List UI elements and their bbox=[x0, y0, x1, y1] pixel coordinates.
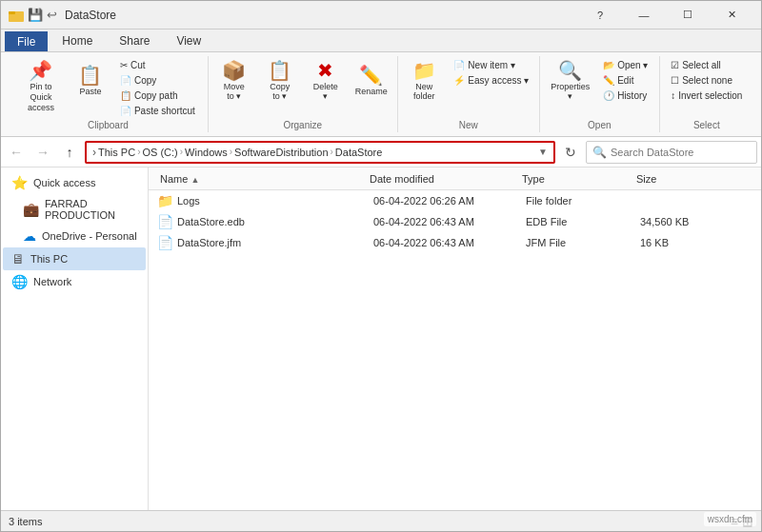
paste-button[interactable]: 📋 Paste bbox=[70, 58, 111, 104]
undo-icon[interactable]: ↩ bbox=[47, 8, 57, 23]
search-bar: 🔍 bbox=[586, 141, 757, 164]
breadcrumb-softwaredistribution[interactable]: SoftwareDistribution bbox=[234, 147, 328, 158]
address-bar[interactable]: › This PC › OS (C:) › Windows › Software… bbox=[85, 141, 555, 164]
select-small-buttons: ☑ Select all ☐ Select none ↕ Invert sele… bbox=[666, 58, 747, 103]
clipboard-buttons: 📌 Pin to Quickaccess 📋 Paste ✂ Cut 📄 Cop… bbox=[16, 58, 200, 118]
tab-home[interactable]: Home bbox=[50, 30, 105, 51]
select-none-button[interactable]: ☐ Select none bbox=[666, 73, 747, 88]
close-button[interactable]: ✕ bbox=[710, 1, 753, 30]
copy-icon: 📄 bbox=[120, 75, 131, 86]
file-row-logs[interactable]: 📁 Logs 06-04-2022 06:26 AM File folder bbox=[149, 190, 761, 211]
col-header-type[interactable]: Type bbox=[518, 173, 632, 185]
logs-type: File folder bbox=[526, 195, 640, 207]
select-none-label: Select none bbox=[682, 75, 732, 86]
select-all-button[interactable]: ☑ Select all bbox=[666, 58, 747, 72]
window-controls: ? — ☐ ✕ bbox=[578, 1, 753, 30]
open-label: Open bbox=[588, 120, 611, 130]
copy-path-button[interactable]: 📋 Copy path bbox=[115, 89, 200, 103]
back-button[interactable]: ← bbox=[5, 141, 28, 164]
sidebar-item-onedrive[interactable]: ☁ OneDrive - Personal bbox=[3, 225, 146, 247]
svg-rect-1 bbox=[9, 11, 15, 14]
tab-share[interactable]: Share bbox=[107, 30, 162, 51]
cut-icon: ✂ bbox=[120, 60, 128, 70]
sidebar-item-this-pc[interactable]: 🖥 This PC bbox=[3, 247, 146, 270]
sidebar-item-quick-access[interactable]: ⭐ Quick access bbox=[3, 171, 146, 194]
save-icon[interactable]: 💾 bbox=[28, 8, 43, 23]
sort-arrow: ▲ bbox=[190, 175, 199, 185]
logs-folder-icon: 📁 bbox=[157, 193, 173, 208]
quick-access-label: Quick access bbox=[33, 177, 95, 188]
select-all-label: Select all bbox=[682, 60, 721, 70]
rename-button[interactable]: ✏️ Rename bbox=[351, 58, 392, 104]
new-buttons: 📁 Newfolder 📄 New item ▾ ⚡ Easy access ▾ bbox=[403, 58, 533, 118]
search-input[interactable] bbox=[611, 147, 751, 158]
new-item-button[interactable]: 📄 New item ▾ bbox=[449, 58, 533, 72]
sidebar: ⭐ Quick access 💼 FARRAD PRODUCTION ☁ One… bbox=[1, 167, 149, 510]
up-button[interactable]: ↑ bbox=[58, 141, 81, 164]
edb-icon: 📄 bbox=[157, 214, 173, 229]
copy-to-button[interactable]: 📋 Copyto ▾ bbox=[259, 58, 301, 104]
pin-to-quick-access-button[interactable]: 📌 Pin to Quickaccess bbox=[16, 58, 66, 115]
breadcrumb-windows[interactable]: Windows bbox=[185, 147, 228, 158]
network-icon: 🌐 bbox=[11, 274, 28, 289]
properties-label: Properties▾ bbox=[551, 82, 590, 101]
select-buttons: ☑ Select all ☐ Select none ↕ Invert sele… bbox=[666, 58, 747, 118]
easy-access-button[interactable]: ⚡ Easy access ▾ bbox=[449, 73, 533, 88]
open-small-buttons: 📂 Open ▾ ✏️ Edit 🕐 History bbox=[598, 58, 652, 103]
properties-button[interactable]: 🔍 Properties▾ bbox=[546, 58, 594, 104]
edit-button[interactable]: ✏️ Edit bbox=[598, 73, 652, 88]
col-header-name[interactable]: Name ▲ bbox=[156, 173, 366, 185]
this-pc-label: This PC bbox=[30, 253, 68, 265]
minimize-button[interactable]: — bbox=[622, 1, 666, 30]
window-title: DataStore bbox=[65, 9, 578, 22]
pin-icon: 📌 bbox=[29, 61, 52, 80]
forward-button[interactable]: → bbox=[31, 141, 54, 164]
sidebar-item-farrad[interactable]: 💼 FARRAD PRODUCTION bbox=[3, 194, 146, 225]
sep1: › bbox=[137, 147, 140, 157]
invert-icon: ↕ bbox=[671, 90, 675, 101]
tab-file[interactable]: File bbox=[5, 31, 48, 51]
sep2: › bbox=[180, 147, 183, 157]
breadcrumb-datastore[interactable]: DataStore bbox=[335, 147, 383, 158]
ribbon-group-new: 📁 Newfolder 📄 New item ▾ ⚡ Easy access ▾… bbox=[398, 56, 540, 132]
jfm-icon: 📄 bbox=[157, 235, 173, 250]
delete-label: Delete▾ bbox=[313, 82, 338, 101]
refresh-button[interactable]: ↻ bbox=[559, 141, 582, 164]
ribbon-group-select: ☑ Select all ☐ Select none ↕ Invert sele… bbox=[660, 56, 753, 132]
network-label: Network bbox=[33, 276, 71, 287]
copy-button[interactable]: 📄 Copy bbox=[115, 73, 200, 88]
edit-icon: ✏️ bbox=[603, 75, 614, 86]
breadcrumb-dropdown-icon[interactable]: ▼ bbox=[538, 147, 548, 157]
rename-label: Rename bbox=[355, 87, 388, 96]
cut-button[interactable]: ✂ Cut bbox=[115, 58, 200, 72]
file-row-datastore-edb[interactable]: 📄 DataStore.edb 06-04-2022 06:43 AM EDB … bbox=[149, 211, 761, 232]
col-header-modified[interactable]: Date modified bbox=[366, 173, 518, 185]
search-icon: 🔍 bbox=[592, 146, 607, 159]
ribbon-tabs: File Home Share View bbox=[1, 30, 761, 52]
delete-icon: ✖ bbox=[317, 61, 333, 80]
breadcrumb-thispc[interactable]: This PC bbox=[98, 147, 135, 158]
new-folder-button[interactable]: 📁 Newfolder bbox=[403, 58, 445, 104]
ribbon: 📌 Pin to Quickaccess 📋 Paste ✂ Cut 📄 Cop… bbox=[1, 52, 761, 137]
invert-selection-button[interactable]: ↕ Invert selection bbox=[666, 89, 747, 103]
edb-modified: 06-04-2022 06:43 AM bbox=[373, 216, 526, 227]
help-button[interactable]: ? bbox=[578, 1, 622, 30]
breadcrumb-osc[interactable]: OS (C:) bbox=[142, 147, 177, 158]
copy-to-icon: 📋 bbox=[268, 61, 291, 80]
paste-shortcut-label: Paste shortcut bbox=[134, 106, 195, 116]
sidebar-item-network[interactable]: 🌐 Network bbox=[3, 270, 146, 293]
tab-view[interactable]: View bbox=[164, 30, 213, 51]
paste-shortcut-button[interactable]: 📄 Paste shortcut bbox=[115, 104, 200, 118]
history-button[interactable]: 🕐 History bbox=[598, 89, 652, 103]
ribbon-group-open: 🔍 Properties▾ 📂 Open ▾ ✏️ Edit 🕐 History… bbox=[540, 56, 660, 132]
move-to-button[interactable]: 📦 Moveto ▾ bbox=[213, 58, 255, 104]
col-header-size[interactable]: Size bbox=[632, 173, 728, 185]
organize-label: Organize bbox=[283, 120, 322, 130]
copy-path-icon: 📋 bbox=[120, 90, 131, 101]
file-row-datastore-jfm[interactable]: 📄 DataStore.jfm 06-04-2022 06:43 AM JFM … bbox=[149, 232, 761, 253]
jfm-modified: 06-04-2022 06:43 AM bbox=[373, 237, 526, 248]
maximize-button[interactable]: ☐ bbox=[666, 1, 710, 30]
delete-button[interactable]: ✖ Delete▾ bbox=[305, 58, 347, 104]
open-button[interactable]: 📂 Open ▾ bbox=[598, 58, 652, 72]
onedrive-icon: ☁ bbox=[23, 228, 36, 244]
